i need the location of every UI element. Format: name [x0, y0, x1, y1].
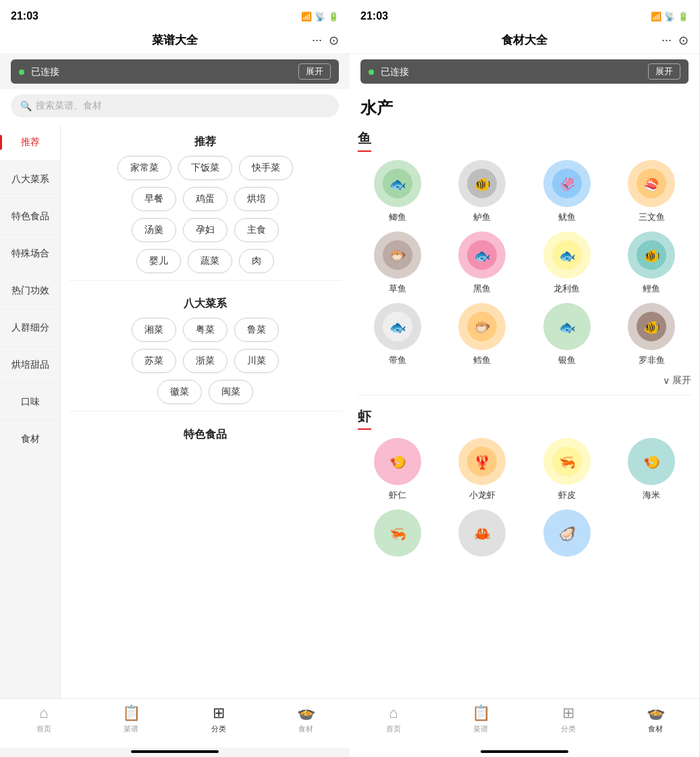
left-expand-button[interactable]: 展开 [298, 63, 331, 80]
tag-quickdish[interactable]: 快手菜 [239, 156, 293, 180]
shrimp-section: 虾 🍤 虾仁 🦞 小龙虾 🦐 [358, 402, 691, 561]
left-nav-home-label: 首页 [36, 724, 51, 734]
right-connected-info: 已连接 [369, 65, 409, 78]
svg-text:🍤: 🍤 [643, 454, 660, 470]
food-item-extra-1[interactable]: 🦐 [358, 509, 437, 561]
food-circle-xiaren: 🍤 [374, 438, 421, 485]
fish-expand-row[interactable]: ∨ 展开 [358, 374, 691, 387]
food-item-xuenyu[interactable]: 🐡 鳕鱼 [443, 303, 522, 366]
food-item-xiapi[interactable]: 🦐 虾皮 [527, 438, 607, 501]
tag-baby[interactable]: 婴儿 [136, 249, 181, 273]
tag-soup[interactable]: 汤羹 [132, 218, 176, 242]
left-search-wrap[interactable]: 🔍 搜索菜谱、食材 [11, 94, 339, 117]
right-category-title: 水产 [350, 89, 699, 124]
left-nav-recipes[interactable]: 📋 菜谱 [88, 704, 176, 734]
food-item-caoyu[interactable]: 🐡 草鱼 [358, 231, 437, 295]
tag-lu[interactable]: 鲁菜 [234, 318, 279, 342]
food-item-xiaren[interactable]: 🍤 虾仁 [358, 438, 437, 501]
section-title-eight-cuisines: 八大菜系 [69, 286, 342, 318]
right-nav-home[interactable]: ⌂ 首页 [350, 704, 437, 734]
sidebar-item-special-food[interactable]: 特色食品 [0, 198, 60, 235]
tag-xiang[interactable]: 湘菜 [132, 318, 176, 342]
right-connected-dot [369, 69, 374, 75]
right-nav-categories-icon: ⊞ [562, 704, 574, 722]
food-item-haimi[interactable]: 🍤 海米 [612, 438, 692, 501]
sidebar-item-recommended[interactable]: 推荐 [0, 124, 60, 161]
food-label-heiyu: 黑鱼 [473, 283, 491, 295]
sidebar-item-eight-cuisines[interactable]: 八大菜系 [0, 161, 60, 198]
chevron-down-icon: ∨ [663, 375, 670, 386]
left-nav-ingredients[interactable]: 🍲 食材 [263, 704, 350, 734]
right-status-bar: 21:03 📶 📡 🔋 [350, 0, 699, 30]
right-header: 食材大全 ··· ⊙ [350, 30, 699, 54]
right-nav-ingredients[interactable]: 🍲 食材 [612, 704, 700, 734]
tag-zhe[interactable]: 浙菜 [183, 349, 227, 373]
tag-pregnant[interactable]: 孕妇 [183, 218, 227, 242]
right-nav-home-label: 首页 [386, 724, 401, 734]
left-nav-categories[interactable]: ⊞ 分类 [175, 704, 263, 734]
sidebar-item-ingredients[interactable]: 食材 [0, 421, 60, 458]
right-more-icon[interactable]: ··· [662, 33, 672, 47]
food-label-daiyu: 带鱼 [389, 354, 406, 366]
svg-text:🍤: 🍤 [389, 454, 406, 470]
left-phone: 21:03 📶 📡 🔋 菜谱大全 ··· ⊙ 已连接 展开 🔍 搜索菜谱、食材 [0, 0, 350, 757]
food-item-longliyu[interactable]: 🐟 龙利鱼 [527, 231, 607, 295]
tag-baking[interactable]: 烘培 [234, 187, 279, 211]
right-nav-recipes[interactable]: 📋 菜谱 [437, 704, 525, 734]
tag-hui[interactable]: 徽菜 [157, 380, 202, 404]
tag-chuan[interactable]: 川菜 [234, 349, 279, 373]
left-status-bar: 21:03 📶 📡 🔋 [0, 0, 350, 30]
left-home-indicator [131, 750, 219, 753]
tag-ricedish[interactable]: 下饭菜 [178, 156, 232, 180]
right-wifi-icon: 📡 [664, 11, 675, 22]
sidebar-item-special-occasion[interactable]: 特殊场合 [0, 235, 60, 273]
svg-text:🦀: 🦀 [474, 526, 491, 542]
food-item-luyu[interactable]: 🐠 鲈鱼 [443, 160, 522, 223]
tag-yue[interactable]: 粤菜 [183, 318, 227, 342]
food-item-xiaolongxia[interactable]: 🦞 小龙虾 [443, 438, 522, 501]
svg-text:🍣: 🍣 [644, 177, 659, 192]
food-circle-extra-1: 🦐 [374, 509, 421, 557]
tag-su[interactable]: 苏菜 [132, 349, 176, 373]
right-status-icons: 📶 📡 🔋 [651, 11, 689, 22]
sidebar-item-baking-desserts[interactable]: 烘培甜品 [0, 347, 60, 384]
right-expand-button[interactable]: 展开 [648, 63, 680, 80]
left-search-bar: 🔍 搜索菜谱、食材 [0, 89, 350, 124]
svg-text:🐟: 🐟 [558, 319, 575, 335]
food-item-heiyu[interactable]: 🐟 黑鱼 [443, 231, 522, 295]
tag-staple[interactable]: 主食 [234, 218, 279, 242]
food-item-yinyu[interactable]: 🐟 银鱼 [527, 303, 607, 366]
right-nav-categories[interactable]: ⊞ 分类 [524, 704, 612, 734]
left-nav-categories-icon: ⊞ [213, 704, 225, 722]
food-item-luofeiyu[interactable]: 🐠 罗非鱼 [612, 303, 692, 366]
left-scan-icon[interactable]: ⊙ [329, 33, 339, 48]
battery-icon: 🔋 [328, 11, 339, 22]
right-home-indicator [481, 750, 568, 753]
tag-vegetables[interactable]: 蔬菜 [188, 249, 232, 273]
sidebar-item-taste[interactable]: 口味 [0, 384, 60, 421]
food-item-jiyu[interactable]: 🐟 鲫鱼 [358, 160, 437, 223]
food-item-youyu[interactable]: 🦑 鱿鱼 [527, 160, 607, 223]
left-nav-categories-label: 分类 [211, 724, 226, 734]
sidebar-item-crowd-segments[interactable]: 人群细分 [0, 310, 60, 347]
left-nav-home[interactable]: ⌂ 首页 [0, 704, 88, 734]
food-circle-daiyu: 🐟 [374, 303, 421, 350]
sidebar-item-hot-effects[interactable]: 热门功效 [0, 273, 60, 310]
tag-egg[interactable]: 鸡蛋 [183, 187, 227, 211]
left-more-icon[interactable]: ··· [312, 33, 322, 47]
fish-section-title: 鱼 [358, 124, 371, 152]
tag-min[interactable]: 闽菜 [209, 380, 253, 404]
left-nav-recipes-icon: 📋 [122, 704, 140, 722]
food-item-liyu[interactable]: 🐠 鲤鱼 [612, 231, 692, 295]
food-item-extra-2[interactable]: 🦀 [443, 509, 522, 561]
tag-breakfast[interactable]: 早餐 [132, 187, 176, 211]
food-item-sanwenyu[interactable]: 🍣 三文鱼 [612, 160, 692, 223]
food-item-daiyu[interactable]: 🐟 带鱼 [358, 303, 437, 366]
right-header-title: 食材大全 [502, 32, 547, 48]
tag-homestyle[interactable]: 家常菜 [117, 156, 171, 180]
svg-text:🐠: 🐠 [643, 248, 660, 264]
tag-meat[interactable]: 肉 [239, 249, 274, 273]
right-scan-icon[interactable]: ⊙ [678, 33, 689, 48]
food-item-extra-3[interactable]: 🦪 [527, 509, 607, 561]
food-circle-xiapi: 🦐 [543, 438, 591, 485]
